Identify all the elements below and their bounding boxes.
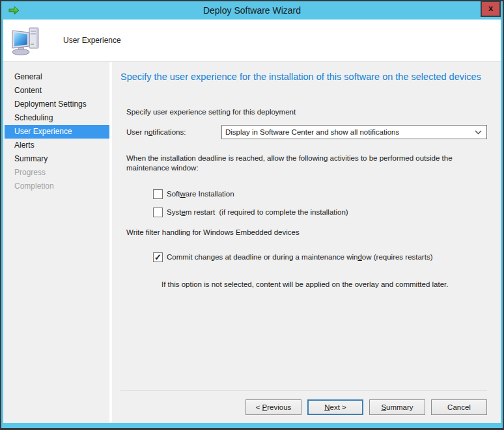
sidebar-item-summary[interactable]: Summary <box>3 152 109 166</box>
wizard-footer: < Previous Next > Summary Cancel <box>120 390 487 423</box>
section-label: Specify user experience setting for this… <box>126 107 487 117</box>
write-filter-label: Write filter handling for Windows Embedd… <box>126 228 487 237</box>
main-area: General Content Deployment Settings Sche… <box>3 62 501 423</box>
window-title: Deploy Software Wizard <box>1 1 503 20</box>
sidebar-item-completion: Completion <box>3 180 109 193</box>
page-title: User Experience <box>63 36 121 45</box>
system-restart-checkbox[interactable] <box>153 208 163 217</box>
user-notifications-selected-value: Display in Software Center and show all … <box>225 128 399 136</box>
wizard-steps-sidebar: General Content Deployment Settings Sche… <box>3 62 109 423</box>
close-button[interactable]: x <box>481 1 501 17</box>
user-notifications-label: User notifications: <box>126 128 221 137</box>
next-button[interactable]: Next > <box>307 399 363 415</box>
system-restart-label: System restart (if required to complete … <box>167 208 348 217</box>
software-installation-checkbox-row[interactable]: Software Installation <box>153 189 487 199</box>
deadline-paragraph: When the installation deadline is reache… <box>126 154 487 173</box>
commit-changes-label: Commit changes at deadline or during a m… <box>167 252 432 262</box>
chevron-down-icon <box>475 130 482 135</box>
sidebar-item-scheduling[interactable]: Scheduling <box>3 111 109 125</box>
sidebar-item-deployment-settings[interactable]: Deployment Settings <box>3 98 109 111</box>
software-installation-label: Software Installation <box>167 189 234 199</box>
commit-changes-checkbox-row[interactable]: ✓ Commit changes at deadline or during a… <box>153 252 487 262</box>
user-notifications-row: User notifications: Display in Software … <box>126 125 487 139</box>
page-content: Specify the user experience for the inst… <box>112 62 501 423</box>
previous-button[interactable]: < Previous <box>245 399 301 415</box>
titlebar: Deploy Software Wizard x <box>1 1 503 20</box>
sidebar-item-progress: Progress <box>3 166 109 180</box>
page-heading: Specify the user experience for the inst… <box>120 70 485 84</box>
window-body: User Experience General Content Deployme… <box>3 20 501 423</box>
user-notifications-select[interactable]: Display in Software Center and show all … <box>221 125 487 139</box>
cancel-button[interactable]: Cancel <box>431 399 487 415</box>
sidebar-item-content[interactable]: Content <box>3 84 109 98</box>
commit-changes-checkbox[interactable]: ✓ <box>153 252 163 262</box>
sidebar-item-general[interactable]: General <box>3 70 109 84</box>
deploy-software-wizard-window: Deploy Software Wizard x <box>0 0 504 430</box>
checkmark-icon: ✓ <box>154 252 161 262</box>
software-installation-checkbox[interactable] <box>153 189 163 199</box>
summary-button[interactable]: Summary <box>369 399 425 415</box>
wizard-header: User Experience <box>3 20 501 62</box>
computer-icon <box>11 26 42 55</box>
commit-note: If this option is not selected, content … <box>161 280 487 289</box>
sidebar-item-user-experience[interactable]: User Experience <box>5 125 109 139</box>
system-restart-checkbox-row[interactable]: System restart (if required to complete … <box>153 208 487 217</box>
sidebar-item-alerts[interactable]: Alerts <box>3 139 109 152</box>
